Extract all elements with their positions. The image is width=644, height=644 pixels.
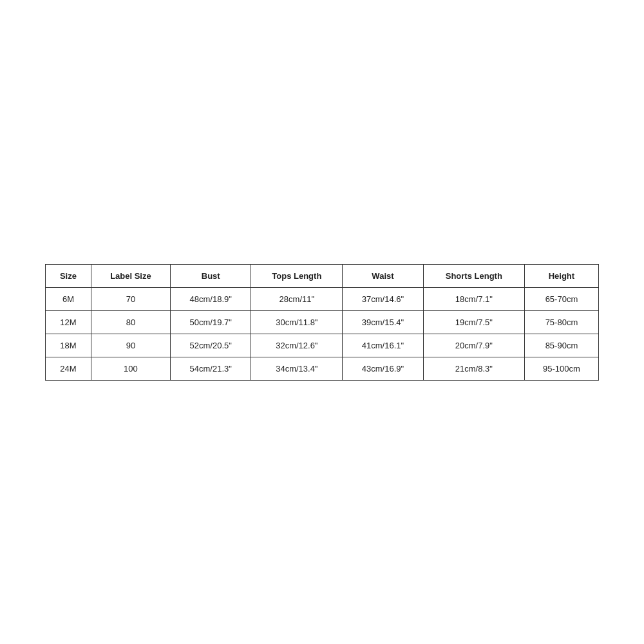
cell-size: 24M [46, 357, 91, 380]
cell-label_size: 90 [91, 334, 170, 357]
size-chart-container: Size Label Size Bust Tops Length Waist S… [45, 264, 599, 381]
cell-bust: 52cm/20.5" [170, 334, 251, 357]
cell-size: 18M [46, 334, 91, 357]
cell-tops_length: 28cm/11" [251, 287, 343, 310]
cell-bust: 48cm/18.9" [170, 287, 251, 310]
cell-height: 85-90cm [524, 334, 598, 357]
size-chart-table: Size Label Size Bust Tops Length Waist S… [45, 264, 599, 381]
table-row: 6M7048cm/18.9"28cm/11"37cm/14.6"18cm/7.1… [46, 287, 599, 310]
cell-tops_length: 32cm/12.6" [251, 334, 343, 357]
cell-shorts_length: 20cm/7.9" [423, 334, 524, 357]
table-row: 18M9052cm/20.5"32cm/12.6"41cm/16.1"20cm/… [46, 334, 599, 357]
cell-waist: 43cm/16.9" [343, 357, 424, 380]
cell-height: 95-100cm [524, 357, 598, 380]
cell-size: 6M [46, 287, 91, 310]
cell-shorts_length: 18cm/7.1" [423, 287, 524, 310]
table-row: 24M10054cm/21.3"34cm/13.4"43cm/16.9"21cm… [46, 357, 599, 380]
cell-bust: 50cm/19.7" [170, 310, 251, 334]
table-header-row: Size Label Size Bust Tops Length Waist S… [46, 264, 599, 287]
col-header-shorts-length: Shorts Length [423, 264, 524, 287]
cell-height: 65-70cm [524, 287, 598, 310]
cell-shorts_length: 21cm/8.3" [423, 357, 524, 380]
col-header-height: Height [524, 264, 598, 287]
cell-size: 12M [46, 310, 91, 334]
col-header-tops-length: Tops Length [251, 264, 343, 287]
cell-label_size: 100 [91, 357, 170, 380]
col-header-waist: Waist [343, 264, 424, 287]
cell-waist: 41cm/16.1" [343, 334, 424, 357]
cell-bust: 54cm/21.3" [170, 357, 251, 380]
cell-label_size: 70 [91, 287, 170, 310]
table-row: 12M8050cm/19.7"30cm/11.8"39cm/15.4"19cm/… [46, 310, 599, 334]
col-header-bust: Bust [170, 264, 251, 287]
cell-waist: 39cm/15.4" [343, 310, 424, 334]
cell-height: 75-80cm [524, 310, 598, 334]
cell-shorts_length: 19cm/7.5" [423, 310, 524, 334]
cell-waist: 37cm/14.6" [343, 287, 424, 310]
col-header-size: Size [46, 264, 91, 287]
cell-tops_length: 30cm/11.8" [251, 310, 343, 334]
cell-label_size: 80 [91, 310, 170, 334]
cell-tops_length: 34cm/13.4" [251, 357, 343, 380]
col-header-label-size: Label Size [91, 264, 170, 287]
